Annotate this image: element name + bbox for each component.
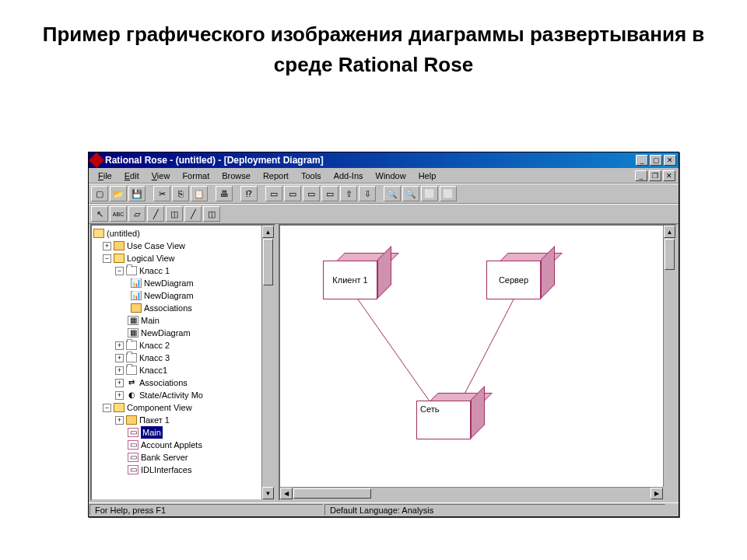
state-icon: ◐ [126, 390, 137, 400]
tree-class1b[interactable]: + Класс1 [93, 364, 274, 376]
paste-button[interactable]: 📋 [191, 186, 208, 201]
browse-parent-button[interactable]: ⇧ [340, 186, 357, 201]
class-icon [126, 341, 137, 350]
menu-window[interactable]: Window [370, 170, 412, 182]
tree-root[interactable]: (untitled) [93, 227, 274, 240]
class-icon [126, 266, 137, 275]
tree-scrollbar[interactable]: ▲ ▼ [261, 226, 274, 499]
scroll-right-icon[interactable]: ▶ [651, 488, 663, 499]
expand-icon[interactable]: + [115, 391, 124, 400]
tree-component-view[interactable]: − Component View [93, 401, 274, 414]
menu-addins[interactable]: Add-Ins [328, 170, 370, 182]
tree-usecase-view[interactable]: + Use Case View [93, 240, 274, 252]
tree-label: Account Applets [141, 439, 202, 451]
tree-bank[interactable]: ▭ Bank Server [93, 451, 274, 464]
svg-line-0 [358, 299, 432, 404]
scroll-up-icon[interactable]: ▲ [664, 226, 675, 238]
collapse-icon[interactable]: − [115, 267, 124, 275]
copy-button[interactable]: ⎘ [172, 186, 189, 201]
tree-logical-view[interactable]: − Logical View [93, 252, 274, 264]
expand-icon[interactable]: + [115, 341, 124, 350]
menu-file[interactable]: File [92, 170, 118, 182]
tree-label: Logical View [127, 252, 175, 264]
resize-grip[interactable] [666, 503, 679, 516]
zoom-out-button[interactable]: 🔍 [402, 186, 419, 201]
tree-item[interactable]: ▦ Main [93, 314, 274, 327]
menu-format[interactable]: Format [176, 170, 216, 182]
zoom-in-button[interactable]: 🔍 [384, 186, 401, 201]
canvas-v-scrollbar[interactable]: ▲ ▼ [663, 226, 675, 499]
browse-usecase-button[interactable]: ▭ [284, 186, 301, 201]
menu-tools[interactable]: Tools [295, 170, 328, 182]
tree-idl[interactable]: ▭ IDLInterfaces [93, 464, 274, 476]
tree-account[interactable]: ▭ Account Applets [93, 439, 274, 451]
cut-button[interactable]: ✂ [153, 186, 170, 201]
processor-tool[interactable]: ◫ [166, 206, 183, 222]
expand-icon[interactable]: + [103, 242, 111, 250]
new-button[interactable]: ▢ [91, 186, 108, 201]
connection-tool[interactable]: ╱ [184, 206, 202, 222]
collapse-icon[interactable]: − [103, 404, 111, 412]
tree-class1[interactable]: − Класс 1 [93, 264, 274, 277]
tree-class3[interactable]: + Класс 3 [93, 352, 274, 364]
fit-window-button[interactable]: ⬜ [421, 186, 438, 201]
diagram-toolbox: ↖ ABC ▱ ╱ ◫ ╱ ◫ [89, 204, 679, 224]
tree-paket1[interactable]: + Пакет 1 [93, 414, 274, 426]
tree-label: (untitled) [107, 227, 140, 240]
menu-report[interactable]: Report [257, 170, 295, 182]
collapse-icon[interactable]: − [103, 254, 111, 263]
diagram-icon: ▦ [128, 328, 139, 338]
scroll-down-icon[interactable]: ▼ [262, 487, 274, 499]
expand-icon[interactable]: + [115, 366, 124, 375]
menu-view[interactable]: View [146, 170, 177, 182]
expand-icon[interactable]: + [115, 354, 124, 362]
menu-help[interactable]: Help [412, 170, 443, 182]
maximize-button[interactable]: ▢ [650, 155, 662, 166]
device-tool[interactable]: ◫ [203, 206, 220, 222]
scroll-thumb[interactable] [665, 239, 675, 270]
mdi-minimize-button[interactable]: _ [635, 170, 647, 181]
text-tool[interactable]: ABC [110, 206, 127, 222]
browse-component-button[interactable]: ▭ [303, 186, 320, 201]
scroll-up-icon[interactable]: ▲ [262, 226, 274, 238]
undo-fit-button[interactable]: ⬜ [440, 186, 457, 201]
tree-item[interactable]: ▦ NewDiagram [93, 327, 274, 339]
tree-class2[interactable]: + Класс 2 [93, 339, 274, 352]
tree-item[interactable]: 📊 NewDiagram [93, 289, 274, 302]
titlebar[interactable]: Rational Rose - (untitled) - [Deployment… [89, 152, 679, 168]
scroll-left-icon[interactable]: ◀ [280, 488, 293, 499]
tree-stateact[interactable]: + ◐ State/Activity Mo [93, 389, 274, 401]
minimize-button[interactable]: _ [636, 155, 648, 166]
scroll-thumb[interactable] [263, 239, 273, 285]
tree-assoc2[interactable]: + ⇄ Associations [93, 376, 274, 389]
print-button[interactable]: 🖶 [216, 186, 233, 201]
tree-main2[interactable]: ▭ Main [93, 426, 274, 439]
open-button[interactable]: 📂 [110, 186, 127, 201]
canvas-h-scrollbar[interactable]: ◀ ▶ [280, 487, 663, 499]
menu-edit[interactable]: Edit [118, 170, 146, 182]
tree-item[interactable]: 📊 NewDiagram [93, 277, 274, 289]
browse-deployment-button[interactable]: ▭ [321, 186, 338, 201]
pointer-tool[interactable]: ↖ [91, 206, 108, 222]
mdi-restore-button[interactable]: ❐ [649, 170, 661, 181]
context-help-button[interactable]: ⁉ [240, 186, 258, 201]
browse-class-button[interactable]: ▭ [265, 186, 282, 201]
node-label: Сеть [420, 404, 439, 414]
note-tool[interactable]: ▱ [128, 206, 146, 222]
mdi-close-button[interactable]: ✕ [663, 170, 675, 181]
menu-browse[interactable]: Browse [216, 170, 257, 182]
close-button[interactable]: ✕ [664, 155, 676, 166]
scroll-thumb[interactable] [293, 488, 371, 499]
save-button[interactable]: 💾 [128, 186, 146, 201]
tree-label: NewDiagram [141, 327, 191, 339]
svg-line-1 [459, 299, 514, 404]
tree-item[interactable]: Associations [93, 302, 274, 314]
expand-icon[interactable]: + [115, 416, 124, 425]
diagram-canvas[interactable]: Клиент 1 Сервер Сеть ▲ [279, 224, 677, 501]
tree-label: Класс 1 [139, 264, 170, 277]
expand-icon[interactable]: + [115, 379, 124, 387]
statusbar: For Help, press F1 Default Language: Ana… [89, 502, 679, 516]
anchor-tool[interactable]: ╱ [147, 206, 164, 222]
browse-prev-button[interactable]: ⇩ [359, 186, 376, 201]
node-label: Сервер [499, 275, 528, 285]
